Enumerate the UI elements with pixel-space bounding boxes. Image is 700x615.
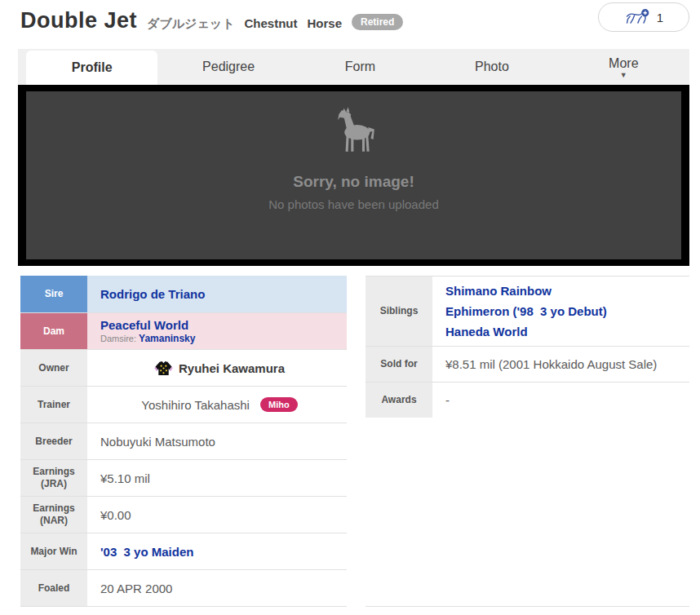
no-image-subtitle: No photos have been uploaded: [268, 197, 439, 211]
earnings-nar-row: Earnings (NAR) ¥0.00: [20, 496, 347, 533]
tab-pedigree[interactable]: Pedigree: [162, 49, 294, 85]
breeder-name[interactable]: Nobuyuki Matsumoto: [100, 435, 339, 449]
profile-table: Sire Rodrigo de Triano Dam Peaceful Worl…: [20, 276, 347, 607]
foaled-row: Foaled 20 APR 2000: [20, 569, 347, 606]
breeder-row: Breeder Nobuyuki Matsumoto: [20, 423, 347, 459]
siblings-row: Siblings Shimano Rainbow Ephimeron ('98 …: [366, 277, 689, 346]
awards-row: Awards -: [366, 382, 689, 418]
earnings-nar-label: Earnings (NAR): [20, 497, 87, 533]
sire-row: Sire Rodrigo de Triano: [20, 276, 347, 312]
sold-for-label: Sold for: [366, 347, 432, 382]
favorite-count: 1: [657, 11, 663, 24]
sibling-link[interactable]: Haneda World: [445, 325, 528, 338]
sire-label: Sire: [20, 276, 87, 312]
awards-label: Awards: [366, 383, 432, 418]
dam-row: Dam Peaceful World Damsire: Yamaninsky: [20, 312, 347, 349]
side-table: Siblings Shimano Rainbow Ephimeron ('98 …: [366, 276, 689, 607]
owner-label: Owner: [20, 350, 87, 386]
owner-name[interactable]: Ryuhei Kawamura: [179, 361, 285, 375]
major-win-link[interactable]: '03 3 yo Maiden: [100, 545, 339, 559]
horse-silhouette-icon: [329, 106, 379, 160]
major-win-row: Major Win '03 3 yo Maiden: [20, 533, 347, 569]
chevron-down-icon: ▼: [620, 73, 627, 77]
horse-name-kana: ダブルジェット: [147, 16, 234, 32]
status-badge: Retired: [352, 14, 403, 30]
trainer-label: Trainer: [20, 387, 87, 423]
sire-link[interactable]: Rodrigo de Triano: [100, 287, 339, 301]
owner-silks-icon: [154, 360, 173, 377]
trainer-region-badge: Miho: [260, 397, 298, 412]
sold-for-row: Sold for ¥8.51 mil (2001 Hokkaido August…: [366, 346, 689, 382]
tab-more[interactable]: More ▼: [558, 49, 689, 85]
tab-profile[interactable]: Profile: [26, 51, 157, 85]
no-image-title: Sorry, no image!: [293, 173, 414, 191]
trainer-row: Trainer Yoshihiro Takahashi Miho: [20, 386, 347, 423]
owner-row: Owner: [20, 349, 347, 386]
earnings-nar-value: ¥0.00: [100, 508, 339, 522]
horse-coat-color: Chestnut: [245, 16, 298, 30]
sibling-link[interactable]: Ephimeron ('98 3 yo Debut): [445, 304, 607, 318]
awards-value: -: [445, 393, 681, 407]
trainer-name[interactable]: Yoshihiro Takahashi: [141, 398, 250, 412]
earnings-jra-value: ¥5.10 mil: [100, 471, 339, 485]
foaled-value: 20 APR 2000: [100, 582, 339, 595]
damsire-line: Damsire: Yamaninsky: [100, 333, 339, 344]
earnings-jra-label: Earnings (JRA): [20, 460, 87, 496]
damsire-link[interactable]: Yamaninsky: [139, 333, 195, 344]
dam-link[interactable]: Peaceful World: [100, 318, 339, 332]
horse-sex: Horse: [308, 16, 343, 30]
tab-photo[interactable]: Photo: [426, 49, 557, 85]
breeder-label: Breeder: [20, 423, 87, 459]
major-win-label: Major Win: [20, 533, 87, 569]
siblings-label: Siblings: [366, 277, 432, 346]
page-header: Double Jet ダブルジェット Chestnut Horse Retire…: [0, 0, 700, 47]
foaled-label: Foaled: [20, 570, 87, 606]
profile-content: Sire Rodrigo de Triano Dam Peaceful Worl…: [20, 276, 689, 607]
earnings-jra-row: Earnings (JRA) ¥5.10 mil: [20, 459, 347, 496]
favorite-horse-button[interactable]: 1: [598, 2, 689, 32]
horse-name: Double Jet: [20, 8, 137, 33]
tab-bar: Profile Pedigree Form Photo More ▼: [18, 49, 689, 85]
sibling-link[interactable]: Shimano Rainbow: [445, 284, 552, 298]
horse-photo-placeholder: Sorry, no image! No photos have been upl…: [18, 85, 689, 266]
tab-form[interactable]: Form: [295, 49, 426, 85]
sold-for-value: ¥8.51 mil (2001 Hokkaido August Sale): [445, 357, 681, 371]
horse-add-icon: [624, 7, 650, 27]
dam-label: Dam: [20, 313, 87, 349]
